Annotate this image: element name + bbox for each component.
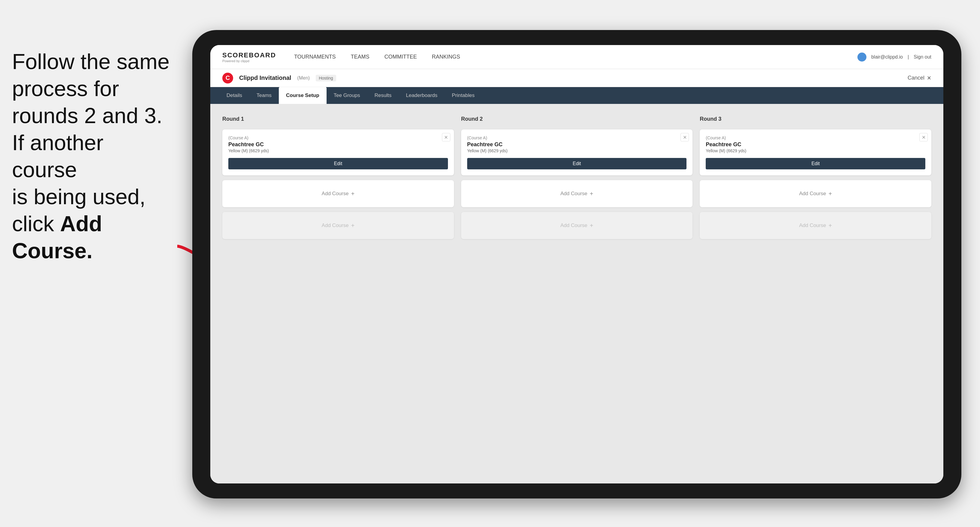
round-2-title: Round 2: [461, 116, 693, 122]
round-1-course-card: ✕ (Course A) Peachtree GC Yellow (M) (66…: [222, 129, 454, 175]
round-3-course-card: ✕ (Course A) Peachtree GC Yellow (M) (66…: [700, 129, 931, 175]
round-1-column: Round 1 ✕ (Course A) Peachtree GC Yellow…: [222, 116, 454, 239]
tab-teams[interactable]: Teams: [249, 87, 279, 104]
event-gender: (Men): [297, 75, 310, 81]
logo-subtitle: Powered by clippd: [222, 59, 276, 63]
tab-results[interactable]: Results: [367, 87, 399, 104]
round-1-edit-button[interactable]: Edit: [228, 158, 448, 169]
nav-right: blair@clippd.io | Sign out: [858, 52, 931, 62]
round-2-course-name: Peachtree GC: [467, 141, 687, 148]
tab-details[interactable]: Details: [219, 87, 249, 104]
round-3-add-course-inactive: Add Course +: [700, 212, 931, 239]
add-course-label-r1-inactive: Add Course: [322, 222, 349, 229]
round-2-add-course-inactive: Add Course +: [461, 212, 693, 239]
round-2-edit-button[interactable]: Edit: [467, 158, 687, 169]
tablet-frame: SCOREBOARD Powered by clippd TOURNAMENTS…: [192, 30, 961, 498]
rounds-container: Round 1 ✕ (Course A) Peachtree GC Yellow…: [222, 116, 931, 239]
round-1-remove-button[interactable]: ✕: [442, 133, 450, 141]
round-3-course-label: (Course A): [706, 135, 925, 140]
round-1-course-label: (Course A): [228, 135, 448, 140]
logo-title: SCOREBOARD: [222, 51, 276, 59]
plus-icon-r1-active: +: [351, 190, 355, 197]
nav-teams[interactable]: TEAMS: [351, 54, 369, 60]
round-1-course-name: Peachtree GC: [228, 141, 448, 148]
user-email: blair@clippd.io: [871, 54, 903, 60]
tablet-screen: SCOREBOARD Powered by clippd TOURNAMENTS…: [210, 45, 943, 483]
plus-icon-r2-inactive: +: [590, 222, 593, 229]
sub-header-left: C Clippd Invitational (Men) Hosting: [222, 73, 336, 84]
round-3-title: Round 3: [700, 116, 931, 122]
round-2-course-detail: Yellow (M) (6629 yds): [467, 148, 687, 153]
nav-committee[interactable]: COMMITTEE: [385, 54, 417, 60]
tab-bar: Details Teams Course Setup Tee Groups Re…: [210, 87, 943, 104]
round-1-title: Round 1: [222, 116, 454, 122]
event-name: Clippd Invitational: [239, 75, 291, 81]
add-course-label-r3-inactive: Add Course: [799, 222, 826, 229]
clippd-logo: C: [222, 73, 233, 84]
round-2-course-card: ✕ (Course A) Peachtree GC Yellow (M) (66…: [461, 129, 693, 175]
sign-out-link[interactable]: Sign out: [913, 54, 931, 60]
round-2-add-course-active[interactable]: Add Course +: [461, 180, 693, 207]
round-3-course-detail: Yellow (M) (6629 yds): [706, 148, 925, 153]
instruction-text: Follow the same process for rounds 2 and…: [0, 48, 186, 264]
add-course-label-r2-active: Add Course: [560, 190, 587, 197]
tab-leaderboards[interactable]: Leaderboards: [399, 87, 445, 104]
tab-tee-groups[interactable]: Tee Groups: [326, 87, 368, 104]
logo-area: SCOREBOARD Powered by clippd: [222, 51, 276, 63]
round-3-course-name: Peachtree GC: [706, 141, 925, 148]
round-3-remove-button[interactable]: ✕: [919, 133, 928, 141]
user-avatar: [858, 52, 866, 62]
round-3-add-course-active[interactable]: Add Course +: [700, 180, 931, 207]
add-course-label-r1-active: Add Course: [322, 190, 349, 197]
round-2-column: Round 2 ✕ (Course A) Peachtree GC Yellow…: [461, 116, 693, 239]
main-content: Round 1 ✕ (Course A) Peachtree GC Yellow…: [210, 104, 943, 483]
nav-links: TOURNAMENTS TEAMS COMMITTEE RANKINGS: [294, 54, 858, 60]
hosting-badge: Hosting: [316, 75, 336, 81]
tab-printables[interactable]: Printables: [445, 87, 482, 104]
round-2-course-label: (Course A): [467, 135, 687, 140]
round-2-remove-button[interactable]: ✕: [681, 133, 689, 141]
plus-icon-r1-inactive: +: [351, 222, 355, 229]
sub-header: C Clippd Invitational (Men) Hosting Canc…: [210, 69, 943, 87]
round-1-add-course-active[interactable]: Add Course +: [222, 180, 454, 207]
add-course-label-r3-active: Add Course: [799, 190, 826, 197]
pipe-separator: |: [908, 54, 909, 60]
round-3-column: Round 3 ✕ (Course A) Peachtree GC Yellow…: [700, 116, 931, 239]
tab-course-setup[interactable]: Course Setup: [279, 87, 326, 104]
nav-rankings[interactable]: RANKINGS: [432, 54, 460, 60]
plus-icon-r3-active: +: [829, 190, 832, 197]
nav-tournaments[interactable]: TOURNAMENTS: [294, 54, 336, 60]
cancel-button[interactable]: Cancel ✕: [908, 75, 931, 81]
top-nav: SCOREBOARD Powered by clippd TOURNAMENTS…: [210, 45, 943, 69]
add-course-label-r2-inactive: Add Course: [560, 222, 587, 229]
round-1-course-detail: Yellow (M) (6629 yds): [228, 148, 448, 153]
round-3-edit-button[interactable]: Edit: [706, 158, 925, 169]
plus-icon-r2-active: +: [590, 190, 593, 197]
close-icon: ✕: [927, 75, 931, 81]
plus-icon-r3-inactive: +: [829, 222, 832, 229]
round-1-add-course-inactive: Add Course +: [222, 212, 454, 239]
